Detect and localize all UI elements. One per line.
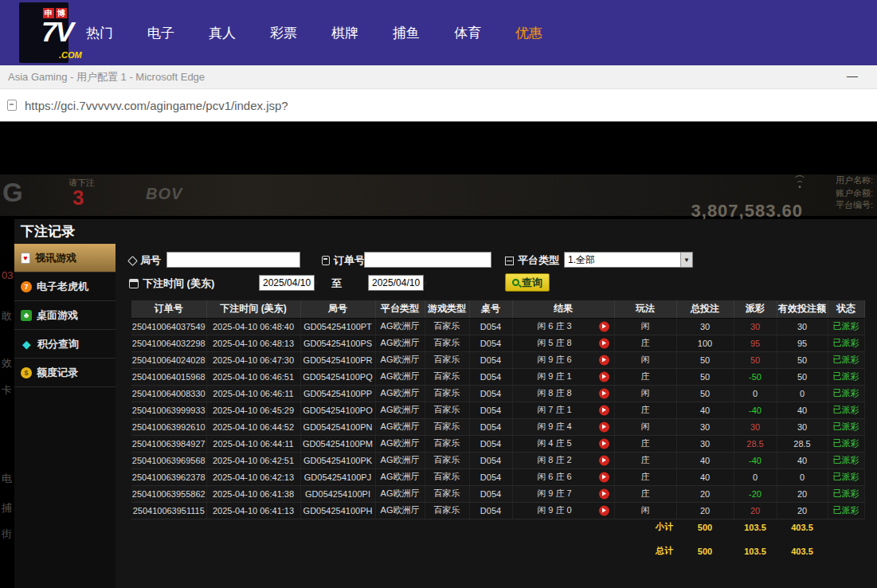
cell: 百家乐 [425,351,469,368]
sidebar-item-5[interactable]: $额度记录 [14,359,115,387]
replay-icon[interactable] [599,421,609,432]
table-row: 2504100640083302025-04-10 06:46:11GD0542… [131,385,864,402]
column-header: 结果 [512,300,614,318]
sidebar-item-3[interactable]: ♣桌面游戏 [14,301,115,330]
bet-records-panel: 下注记录 ♥视讯游戏7电子老虎机♣桌面游戏◆积分查询$额度记录 局号 订单号 平… [14,219,877,588]
cell: 庄 [614,335,676,351]
replay-icon[interactable] [599,405,609,415]
sidebar-item-label: 额度记录 [37,366,78,380]
payout-cell: -50 [734,368,777,385]
nav-item-5[interactable]: 棋牌 [331,24,358,42]
play-triangle-icon [602,458,606,463]
result-cell: 闲 6 庄 6 [512,468,614,485]
date-from-select[interactable]: 2025/04/10 ▼ [259,275,315,291]
play-triangle-icon [602,475,606,480]
magnifier-icon [512,279,519,286]
replay-icon[interactable] [599,338,609,348]
table-header-row: 订单号下注时间 (美东)局号平台类型游戏类型桌号结果玩法总投注派彩有效投注额状态 [131,300,864,318]
nav-item-8[interactable]: 优惠 [515,24,542,42]
replay-icon[interactable] [599,472,609,482]
replay-icon[interactable] [599,321,609,331]
grand-total-row: 总计500103.5403.5 [131,543,864,559]
replay-icon[interactable] [599,505,609,515]
cell: 0 [777,385,828,402]
background-fragment: 街 [2,527,14,541]
brand-logo[interactable]: 申 博 7V .COM [19,2,69,63]
replay-icon[interactable] [599,355,609,365]
cell: 庄 [614,402,676,418]
result-cell: 闲 9 庄 4 [512,418,614,435]
cell: 250410064032298 [131,335,206,351]
nav-item-1[interactable]: 热门 [86,24,113,42]
date-to-select[interactable]: 2025/04/10 ▼ [368,275,424,291]
result-text: 闲 7 庄 1 [537,405,571,414]
search-button[interactable]: 查询 [505,273,550,292]
nav-item-3[interactable]: 真人 [209,24,236,42]
order-number-label: 订单号 [322,253,365,268]
result-cell: 闲 5 庄 8 [512,335,614,351]
payout-cell: -40 [734,402,777,418]
subtotal-row-cell: 500 [676,519,734,535]
cell: 40 [676,468,734,485]
cell: AG欧洲厅 [375,418,425,435]
cell: GD054254100PJ [300,468,375,485]
replay-icon[interactable] [599,438,609,449]
platform-type-select[interactable]: 1.全部 ▼ [564,252,693,268]
sidebar-item-label: 桌面游戏 [37,308,78,323]
account-info-line: 平台编号: [836,199,873,212]
cell: 30 [676,418,734,435]
nav-item-2[interactable]: 电子 [147,24,174,42]
cell: 闲 [614,385,676,402]
result-cell: 闲 9 庄 6 [512,351,614,368]
status-cell: 已派彩 [828,468,864,485]
cell: 40 [676,452,734,468]
nav-item-4[interactable]: 彩票 [270,24,297,42]
minimize-icon[interactable]: — [847,69,858,82]
cell: 50 [777,351,828,368]
result-cell: 闲 9 庄 1 [512,368,614,385]
nav-item-6[interactable]: 捕鱼 [393,24,420,42]
status-cell: 已派彩 [828,402,864,418]
grand-total-row-cell: 500 [676,543,734,559]
platform-type-value: 1.全部 [568,253,595,267]
result-text: 闲 9 庄 7 [537,488,571,498]
table-row: 2504100639623782025-04-10 06:42:13GD0542… [131,468,864,485]
sidebar-item-4[interactable]: ◆积分查询 [14,330,115,359]
round-number-label: 局号 [129,253,161,268]
nav-items: 热门电子真人彩票棋牌捕鱼体育优惠 [86,0,542,65]
replay-icon[interactable] [599,371,609,382]
order-number-input[interactable] [364,252,491,268]
cell: 百家乐 [425,485,469,502]
cell: 50 [676,368,734,385]
replay-icon[interactable] [599,388,609,398]
cell: 庄 [614,468,676,485]
search-button-label: 查询 [522,276,542,290]
result-text: 闲 8 庄 8 [537,388,571,398]
grand-total-row-cell: 403.5 [777,543,828,559]
table-row: 2504100639558622025-04-10 06:41:38GD0542… [131,485,864,502]
panel-sidebar: ♥视讯游戏7电子老虎机♣桌面游戏◆积分查询$额度记录 [14,244,115,588]
grid-icon [505,257,514,265]
cell: 闲 [614,318,676,335]
url-text[interactable]: https://gci.7vvvvvv.com/agingame/pcv1/in… [25,99,288,112]
table-games-icon: ♣ [21,310,32,321]
table-row: 2504100639511152025-04-10 06:41:13GD0542… [131,502,864,519]
nav-item-7[interactable]: 体育 [454,24,481,42]
cell: 庄 [614,435,676,452]
play-triangle-icon [602,441,606,446]
replay-icon[interactable] [599,488,609,499]
spacer-row [131,535,864,543]
cell: 30 [676,435,734,452]
replay-icon[interactable] [599,455,609,465]
cell: 250410064024028 [131,351,206,368]
sidebar-item-1[interactable]: ♥视讯游戏 [14,244,115,272]
round-number-input[interactable] [166,252,300,268]
cell: GD054254100PR [300,351,375,368]
play-triangle-icon [602,408,606,413]
cell: AG欧洲厅 [375,402,425,418]
cell: 百家乐 [425,368,469,385]
sidebar-item-2[interactable]: 7电子老虎机 [14,272,115,301]
result-text: 闲 6 庄 3 [537,321,571,331]
result-text: 闲 8 庄 2 [537,455,571,465]
payout-cell: 30 [734,318,777,335]
